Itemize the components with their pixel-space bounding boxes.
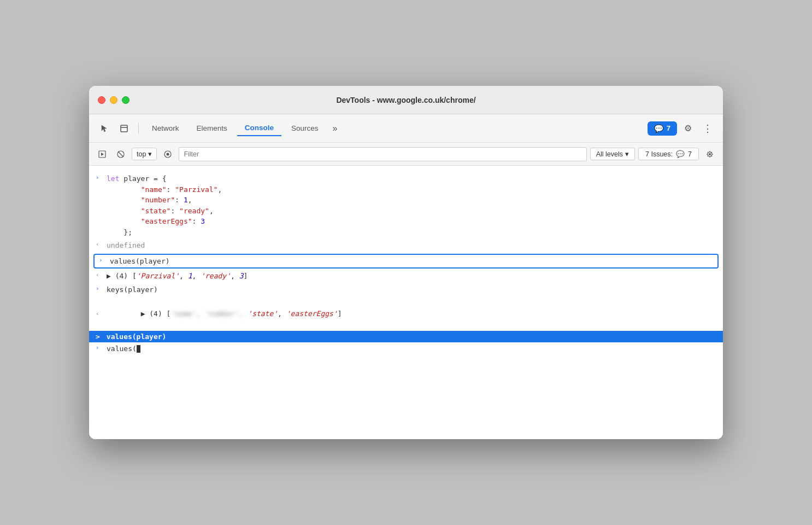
clear-console-button[interactable] [113, 147, 128, 162]
more-tabs-icon[interactable]: » [328, 121, 342, 136]
maximize-button[interactable] [122, 96, 130, 104]
filter-input[interactable] [179, 147, 586, 161]
tab-network[interactable]: Network [144, 121, 187, 136]
expand-arrow-icon2[interactable]: › [99, 256, 110, 264]
log-levels-button[interactable]: All levels ▾ [590, 148, 635, 160]
console-output: › let player = { "name": "Parzival", "nu… [89, 166, 723, 439]
cursor-icon[interactable] [96, 120, 113, 137]
traffic-lights [98, 96, 130, 104]
issues-count: 7 [667, 124, 670, 132]
output-arrow-icon3: ‹ [96, 310, 107, 317]
context-selector[interactable]: top ▾ [132, 148, 157, 160]
issues-count-button[interactable]: 7 Issues: 💬 7 [638, 148, 699, 160]
svg-point-8 [709, 153, 711, 155]
output-arrow-icon: ‹ [96, 240, 107, 248]
tab-sources[interactable]: Sources [284, 121, 326, 136]
context-label: top [137, 150, 146, 158]
settings-icon[interactable]: ⚙ [679, 120, 697, 137]
tab-divider [138, 123, 139, 134]
autocomplete-text: values(player) [107, 332, 167, 341]
log-levels-label: All levels [596, 150, 623, 158]
code-content3: keys(player) [107, 284, 723, 295]
console-line: ‹ undefined [89, 239, 723, 253]
titlebar: DevTools - www.google.co.uk/chrome/ [89, 86, 723, 114]
expand-arrow-icon3[interactable]: › [96, 284, 107, 292]
minimize-button[interactable] [110, 96, 117, 104]
svg-marker-3 [101, 153, 104, 156]
output-content3: ▶ (4) ['name', 'number', 'state', 'easte… [107, 298, 723, 330]
expand-arrow-icon[interactable]: › [96, 173, 107, 181]
console-line: ‹ ▶ (4) ['Parzival', 1, 'ready', 3] [89, 270, 723, 283]
window-title: DevTools - www.google.co.uk/chrome/ [336, 96, 475, 104]
autocomplete-suggestion[interactable]: > values(player) [89, 331, 723, 342]
svg-point-7 [167, 153, 169, 155]
output-content2: ▶ (4) ['Parzival', 1, 'ready', 3] [107, 271, 723, 282]
close-button[interactable] [98, 96, 105, 104]
issues-chat-icon: 💬 [654, 124, 663, 133]
console-line[interactable]: › let player = { "name": "Parzival", "nu… [89, 172, 723, 239]
console-toolbar: top ▾ All levels ▾ 7 Issues: 💬 7 [89, 143, 723, 166]
issues-text: 7 Issues: [645, 150, 673, 158]
console-line-highlighted[interactable]: › values(player) [93, 254, 719, 269]
tab-elements[interactable]: Elements [189, 121, 235, 136]
svg-line-5 [118, 151, 123, 157]
tabbar: Network Elements Console Sources » 💬 7 ⚙… [89, 114, 723, 143]
run-script-button[interactable] [95, 147, 110, 162]
tab-console[interactable]: Console [237, 120, 281, 136]
dock-icon[interactable] [115, 120, 133, 137]
issues-chat-icon2: 💬 [676, 150, 685, 158]
input-content: values( [107, 343, 723, 354]
code-content2: values(player) [110, 256, 717, 267]
output-content: undefined [107, 240, 723, 251]
dropdown-arrow-icon: ▾ [148, 150, 152, 158]
devtools-window: DevTools - www.google.co.uk/chrome/ Netw… [89, 86, 723, 439]
more-options-icon[interactable]: ⋮ [699, 120, 716, 137]
output-arrow-icon2: ‹ [96, 271, 107, 278]
issues-badge[interactable]: 💬 7 [648, 121, 677, 136]
autocomplete-prompt: > [96, 332, 100, 341]
issues-number: 7 [688, 150, 692, 158]
console-settings-button[interactable] [702, 147, 717, 162]
console-input-line[interactable]: › values( [89, 342, 723, 356]
svg-rect-0 [121, 125, 127, 132]
code-content: let player = { "name": "Parzival", "numb… [107, 173, 723, 237]
live-expressions-button[interactable] [160, 147, 175, 162]
input-prompt-arrow: › [96, 343, 107, 351]
console-line[interactable]: › keys(player) [89, 283, 723, 297]
log-levels-arrow-icon: ▾ [625, 150, 629, 158]
